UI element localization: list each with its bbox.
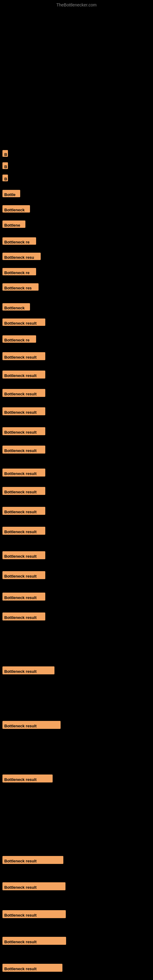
bottleneck-result-item: Bottleneck resu <box>2 253 41 260</box>
bottleneck-result-item: Bottleneck result <box>2 571 45 579</box>
bottleneck-result-item: Bottleneck result <box>2 407 45 415</box>
bottleneck-result-item: Bottleneck result <box>2 910 66 918</box>
bottleneck-result-item: Bottleneck result <box>2 775 53 783</box>
bottleneck-result-item: Bottleneck result <box>2 856 63 864</box>
bottleneck-result-item: Bottleneck re <box>2 237 36 245</box>
bottleneck-result-item: Bottleneck result <box>2 445 45 453</box>
bottleneck-result-item: Bottleneck result <box>2 593 45 601</box>
bottleneck-result-item: Bottleneck result <box>2 527 45 535</box>
bottleneck-result-item: Bottleneck result <box>2 487 45 495</box>
bottleneck-result-item: Bottleneck res <box>2 283 38 291</box>
bottleneck-result-item: Bottleneck result <box>2 964 62 972</box>
bottleneck-result-item: Bottleneck result <box>2 389 45 397</box>
bottleneck-result-item: B <box>2 162 8 169</box>
bottleneck-result-item: B <box>2 175 8 181</box>
bottleneck-result-item: Bottleneck result <box>2 507 45 515</box>
bottleneck-result-item: Bottleneck result <box>2 721 61 729</box>
bottleneck-result-item: Bottleneck result <box>2 937 66 945</box>
bottleneck-result-item: Bottle <box>2 190 20 197</box>
bottleneck-result-item: Bottleneck result <box>2 551 45 559</box>
bottleneck-result-item: Bottleneck result <box>2 427 45 435</box>
bottleneck-result-item: Bottleneck result <box>2 371 45 379</box>
bottleneck-result-item: Bottleneck result <box>2 352 45 360</box>
site-title: TheBottlenecker.com <box>56 2 97 7</box>
bottleneck-result-item: Bottleneck result <box>2 882 65 890</box>
bottleneck-result-item: Bottleneck <box>2 303 30 310</box>
bottleneck-result-item: Bottleneck result <box>2 612 45 620</box>
bottleneck-result-item: Bottleneck re <box>2 335 36 343</box>
bottleneck-result-item: Bottleneck re <box>2 268 36 275</box>
bottleneck-result-item: Bottleneck <box>2 205 30 213</box>
bottleneck-result-item: Bottleneck result <box>2 667 54 675</box>
bottleneck-result-item: Bottleneck result <box>2 469 45 477</box>
bottleneck-result-item: B <box>2 150 8 157</box>
bottleneck-result-item: Bottlene <box>2 221 26 228</box>
bottleneck-result-item: Bottleneck result <box>2 318 45 326</box>
